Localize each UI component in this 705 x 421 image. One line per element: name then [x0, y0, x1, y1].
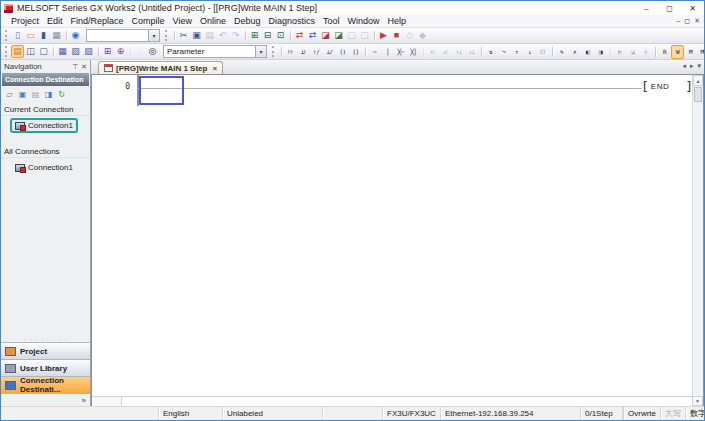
statement-display-icon[interactable]: ⊕ [114, 45, 127, 58]
scroll-up-icon[interactable]: ▲ [693, 75, 703, 86]
falling-pulse-icon[interactable]: ↓⊦ [439, 45, 452, 59]
open-branch-icon[interactable]: ⊥⊦ [297, 45, 310, 59]
watch-stop-icon[interactable]: ◆ [416, 29, 429, 42]
comment-display-icon[interactable]: ⊞ [101, 45, 114, 58]
closed-contact-icon[interactable]: ⊦/ [310, 45, 323, 59]
write-mode-icon[interactable]: W [671, 45, 684, 59]
falling-pulse-branch-icon[interactable]: ↓⊥ [465, 45, 478, 59]
inline-st-icon[interactable]: ST [536, 45, 549, 59]
watch-start-icon[interactable]: ◇ [403, 29, 416, 42]
menu-item[interactable]: Find/Replace [67, 15, 128, 27]
scrollbar-thumb[interactable] [694, 87, 702, 102]
monitor-mode-icon[interactable]: M [684, 45, 697, 59]
toolbar-grip[interactable] [5, 30, 8, 41]
menu-item[interactable]: Edit [43, 15, 67, 27]
statement-edit-icon[interactable]: ◨ [594, 45, 607, 59]
redo-icon[interactable]: ↷ [229, 29, 242, 42]
new-connection-icon[interactable]: ▱ [4, 89, 15, 100]
current-connection-item[interactable]: Connection1 [10, 118, 78, 133]
print-icon[interactable]: ▦ [50, 29, 63, 42]
paste-connection-icon[interactable]: ▤ [30, 89, 41, 100]
delete-horizontal-line-icon[interactable]: ╳─ [394, 45, 407, 59]
chevron-down-icon[interactable]: ▾ [255, 46, 266, 57]
open-contact-icon[interactable]: ⊦⊦ [284, 45, 297, 59]
child-close-button[interactable]: ✕ [694, 17, 700, 25]
vertical-scrollbar[interactable]: ▲ [692, 75, 703, 396]
refresh-connection-icon[interactable]: ↻ [56, 89, 67, 100]
function-block-selection-icon[interactable]: ◫ [24, 45, 37, 58]
paste-icon[interactable]: ▤ [203, 29, 216, 42]
project-selector-combobox[interactable]: ▾ [86, 29, 160, 42]
navigation-view-button[interactable]: User Library [1, 359, 90, 376]
horizontal-line-icon[interactable]: ─ [368, 45, 381, 59]
chevron-down-icon[interactable]: ▾ [148, 30, 159, 41]
vertical-line-icon[interactable]: │ [381, 45, 394, 59]
save-project-icon[interactable]: ▮ [37, 29, 50, 42]
remote-run-icon[interactable]: ⇄ [293, 29, 306, 42]
start-monitor-icon[interactable]: ◪ [319, 29, 332, 42]
child-restore-button[interactable]: ◻ [684, 17, 690, 25]
find-icon[interactable]: ◎ [146, 45, 159, 58]
stop-monitor-icon[interactable]: ◪ [332, 29, 345, 42]
tab-list-icon[interactable]: ▾ [697, 62, 701, 70]
coil-icon[interactable]: () [336, 45, 349, 59]
cut-icon[interactable]: ✂ [177, 29, 190, 42]
menu-item[interactable]: Project [7, 15, 43, 27]
edit-line-icon[interactable]: ✎ [555, 45, 568, 59]
falling-result-icon[interactable]: ↓ [523, 45, 536, 59]
monitor-read-icon[interactable]: ▢ [358, 29, 371, 42]
all-connections-item[interactable]: Connection1 [10, 160, 78, 175]
menu-item[interactable]: Online [196, 15, 230, 27]
delete-line-icon[interactable]: ✗ [568, 45, 581, 59]
new-project-icon[interactable]: ▯ [11, 29, 24, 42]
menu-item[interactable]: Help [384, 15, 411, 27]
tab-scroll-left-icon[interactable]: ◂ [682, 62, 686, 70]
tab-close-icon[interactable]: × [212, 64, 217, 73]
device-monitor-icon[interactable]: ▶ [377, 29, 390, 42]
read-from-plc-icon[interactable]: ⊟ [261, 29, 274, 42]
device-list-icon[interactable]: ▧ [69, 45, 82, 58]
verify-with-plc-icon[interactable]: ⊡ [274, 29, 287, 42]
navigation-window-icon[interactable]: ▤ [11, 45, 24, 58]
declaration-edit-icon[interactable]: ◪ [626, 45, 639, 59]
cross-reference-icon[interactable]: ▦ [56, 45, 69, 58]
navigation-view-button[interactable]: Project [1, 342, 90, 359]
device-test-icon[interactable]: ■ [390, 29, 403, 42]
device-comment-edit-icon[interactable]: ◧ [581, 45, 594, 59]
scroll-down-icon[interactable]: ▼ [692, 396, 703, 406]
delete-vertical-line-icon[interactable]: ╳│ [407, 45, 420, 59]
note-edit-icon[interactable]: ◩ [613, 45, 626, 59]
menu-item[interactable]: Compile [128, 15, 169, 27]
maximize-button[interactable]: ◻ [658, 1, 681, 15]
toolbar-grip[interactable] [165, 30, 168, 41]
rising-pulse-branch-icon[interactable]: ↑⊥ [452, 45, 465, 59]
invert-operation-icon[interactable]: ¬ [497, 45, 510, 59]
tab-prg-write-main[interactable]: [PRG]Write MAIN 1 Step × [98, 61, 223, 74]
open-project-icon[interactable]: ▭ [24, 29, 37, 42]
read-mode-icon[interactable]: R [658, 45, 671, 59]
split-box[interactable] [92, 397, 122, 406]
menu-item[interactable]: Window [344, 15, 384, 27]
watch-window-icon[interactable]: ▨ [82, 45, 95, 58]
write-to-plc-icon[interactable]: ⊞ [248, 29, 261, 42]
panel-options-chevron[interactable]: » [1, 393, 90, 406]
pulse-contact-icon[interactable]: ⇅ [484, 45, 497, 59]
menu-item[interactable]: Debug [230, 15, 265, 27]
toolbar-grip[interactable] [5, 46, 8, 57]
ladder-canvas[interactable]: 0 [ END ] [92, 75, 692, 396]
copy-icon[interactable]: ▣ [190, 29, 203, 42]
menu-item[interactable]: View [169, 15, 196, 27]
connection-line-icon[interactable]: ┼ [639, 45, 652, 59]
toolbar-grip[interactable] [272, 46, 275, 57]
pin-icon[interactable]: ⊤ [72, 63, 78, 71]
rising-pulse-icon[interactable]: ↑⊦ [426, 45, 439, 59]
minimize-button[interactable]: – [635, 1, 658, 15]
tab-scroll-right-icon[interactable]: ▸ [690, 62, 694, 70]
monitor-write-icon[interactable]: ▢ [345, 29, 358, 42]
close-panel-icon[interactable]: ✕ [81, 63, 87, 71]
help-icon[interactable]: ◉ [69, 29, 82, 42]
monitor-write-mode-icon[interactable]: MW [697, 45, 704, 59]
closed-branch-icon[interactable]: ⊥/ [323, 45, 336, 59]
set-current-connection-icon[interactable]: ◨ [43, 89, 54, 100]
copy-connection-icon[interactable]: ▣ [17, 89, 28, 100]
